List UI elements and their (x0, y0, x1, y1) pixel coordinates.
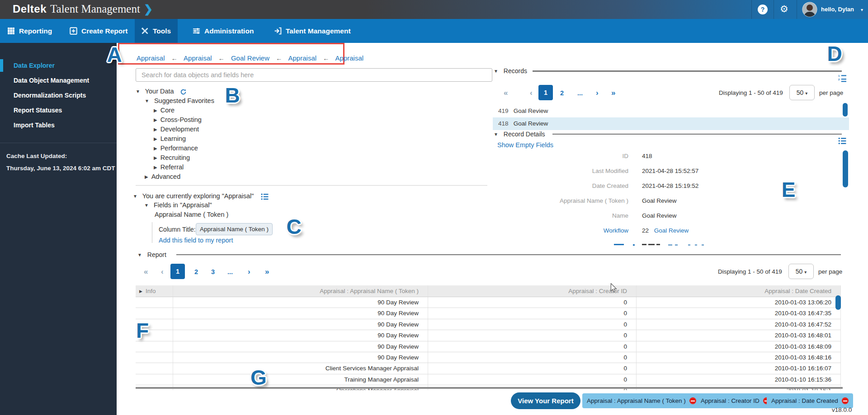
report-per-page-select[interactable]: 50▾ (788, 264, 814, 279)
breadcrumb-link[interactable]: Appraisal (288, 54, 317, 62)
field-name[interactable]: Appraisal Name ( Token ) (155, 211, 228, 218)
search-input[interactable] (136, 68, 492, 82)
report-prev-page-button[interactable]: ‹ (161, 267, 164, 276)
tree-node-performance[interactable]: ▶Performance (136, 144, 214, 153)
record-list-item-selected[interactable]: 418 Goal Review (493, 117, 849, 130)
table-row[interactable]: Client Services Manager Appraisal02010-0… (136, 363, 841, 374)
report-last-page-button[interactable]: » (265, 267, 269, 276)
report-field-chip[interactable]: Appraisal : Appraisal Name ( Token ) (582, 393, 701, 408)
sidebar-item-denormalization-scripts[interactable]: Denormalization Scripts (14, 89, 111, 102)
refresh-icon[interactable] (180, 89, 187, 95)
report-page-3-button[interactable]: 3 (211, 268, 215, 275)
user-greeting[interactable]: hello, Dylan (821, 6, 854, 13)
tree-node-recruiting[interactable]: ▶Recruiting (136, 153, 214, 163)
records-scrollbar[interactable] (843, 103, 848, 117)
caret-down-icon[interactable]: ▼ (494, 132, 498, 137)
ordered-list-icon[interactable]: 1 2 (838, 74, 846, 82)
records-prev-page-button[interactable]: ‹ (530, 89, 533, 98)
tree-node-your-data[interactable]: ▼ Your Data (136, 87, 214, 96)
nav-tab-administration[interactable]: Administration (186, 19, 260, 43)
report-next-page-button[interactable]: › (248, 267, 250, 276)
view-your-report-button[interactable]: View Your Report (511, 392, 580, 409)
caret-down-icon[interactable]: ▼ (494, 69, 498, 74)
records-first-page-button[interactable]: « (504, 89, 508, 98)
records-page-2-button[interactable]: 2 (560, 89, 564, 97)
sidebar-item-data-explorer[interactable]: Data Explorer (14, 59, 111, 72)
table-row[interactable]: 90 Day Review02010-01-03 16:48:16 (136, 352, 841, 363)
remove-field-icon[interactable] (689, 397, 696, 404)
report-header[interactable]: ▼ Report (137, 251, 166, 258)
column-header-date-created[interactable]: Appraisal : Date Created (637, 285, 841, 297)
tree-node-advanced[interactable]: ▶Advanced (136, 172, 214, 182)
caret-right-icon[interactable]: ▶ (154, 127, 157, 132)
caret-right-icon[interactable]: ▶ (154, 155, 157, 160)
gear-icon[interactable]: ⚙ (780, 4, 788, 14)
breadcrumb-link[interactable]: Appraisal (184, 54, 212, 62)
caret-right-icon[interactable]: ▶ (139, 289, 142, 294)
records-page-1-button[interactable]: 1 (538, 85, 553, 100)
table-row[interactable]: 90 Day Review02010-01-03 16:48:09 (136, 341, 841, 352)
user-menu-caret-icon[interactable]: ▾ (861, 7, 863, 12)
detail-label-workflow-link[interactable]: Workflow (493, 227, 628, 234)
records-next-page-button[interactable]: › (596, 89, 599, 98)
nav-tab-tools[interactable]: Tools (135, 19, 178, 43)
show-empty-fields-link[interactable]: Show Empty Fields (497, 141, 553, 149)
breadcrumb-link[interactable]: Appraisal (137, 54, 165, 62)
caret-right-icon[interactable]: ▶ (154, 146, 157, 151)
caret-down-icon[interactable]: ▼ (133, 194, 137, 199)
tree-node-core[interactable]: ▶Core (136, 106, 214, 115)
workflow-link[interactable]: Goal Review (654, 227, 689, 234)
report-page-2-button[interactable]: 2 (194, 268, 198, 275)
exploring-header[interactable]: ▼ You are currently exploring "Appraisal… (133, 192, 269, 201)
caret-down-icon[interactable]: ▼ (145, 98, 149, 103)
caret-down-icon[interactable]: ▼ (136, 89, 140, 94)
records-header[interactable]: ▼ Records (494, 67, 527, 75)
sidebar-item-report-statuses[interactable]: Report Statuses (14, 104, 111, 117)
fields-in-header[interactable]: ▼ Fields in "Appraisal" (144, 201, 212, 209)
table-row[interactable]: 90 Day Review02010-01-03 16:47:35 (136, 308, 841, 319)
remove-field-icon[interactable] (842, 397, 849, 404)
records-last-page-button[interactable]: » (611, 89, 615, 98)
record-list-item[interactable]: 419 Goal Review (493, 105, 849, 117)
column-header-appraisal-name[interactable]: Appraisal : Appraisal Name ( Token ) (173, 285, 428, 297)
nav-tab-talent-management[interactable]: Talent Management (268, 19, 357, 43)
column-header-creator-id[interactable]: Appraisal : Creator ID (428, 285, 637, 297)
tree-node-learning[interactable]: ▶Learning (136, 134, 214, 144)
tree-node-referral[interactable]: ▶Referral (136, 163, 214, 172)
report-title: Report (147, 251, 166, 258)
nav-tab-reporting[interactable]: Reporting (1, 19, 58, 43)
list-icon[interactable] (261, 193, 269, 201)
column-title-input[interactable]: Appraisal Name ( Token ) (196, 223, 273, 235)
caret-down-icon[interactable]: ▼ (137, 252, 142, 257)
help-icon[interactable]: ? (758, 5, 768, 14)
report-first-page-button[interactable]: « (144, 267, 148, 276)
table-row[interactable]: Training Manager Appraisal02010-01-10 16… (136, 374, 841, 385)
report-table-scrollbar[interactable] (835, 295, 841, 310)
record-details-scrollbar[interactable] (843, 150, 848, 187)
caret-right-icon[interactable]: ▶ (154, 108, 157, 113)
avatar[interactable] (802, 2, 817, 17)
tree-node-suggested-favorites[interactable]: ▼ Suggested Favorites (136, 96, 214, 106)
caret-right-icon[interactable]: ▶ (154, 117, 157, 122)
caret-right-icon[interactable]: ▶ (145, 174, 148, 179)
record-details-header[interactable]: ▼ Record Details (494, 131, 545, 138)
table-row[interactable]: 90 Day Review02010-01-03 16:48:01 (136, 330, 841, 341)
info-column-header[interactable]: ▶Info (136, 285, 173, 297)
breadcrumb-link[interactable]: Goal Review (231, 54, 269, 62)
report-field-chip[interactable]: Appraisal : Creator ID (696, 393, 774, 408)
caret-right-icon[interactable]: ▶ (154, 165, 157, 170)
breadcrumb-link[interactable]: Appraisal (335, 54, 364, 62)
table-row[interactable]: 90 Day Review02010-01-03 13:06:20 (136, 297, 841, 308)
sidebar-item-import-tables[interactable]: Import Tables (14, 119, 111, 131)
table-row[interactable]: 90 Day Review02010-01-03 16:47:52 (136, 319, 841, 330)
report-page-1-button[interactable]: 1 (170, 264, 185, 279)
records-per-page-select[interactable]: 50▾ (789, 85, 815, 100)
caret-right-icon[interactable]: ▶ (154, 136, 157, 141)
caret-down-icon[interactable]: ▼ (144, 203, 149, 208)
tree-node-cross-posting[interactable]: ▶Cross-Posting (136, 115, 214, 125)
sidebar-item-data-object-management[interactable]: Data Object Management (14, 74, 111, 87)
tree-node-development[interactable]: ▶Development (136, 125, 214, 134)
add-field-link[interactable]: Add this field to my report (159, 237, 233, 244)
nav-tab-create-report[interactable]: Create Report (63, 19, 134, 43)
list-icon[interactable] (838, 137, 846, 145)
